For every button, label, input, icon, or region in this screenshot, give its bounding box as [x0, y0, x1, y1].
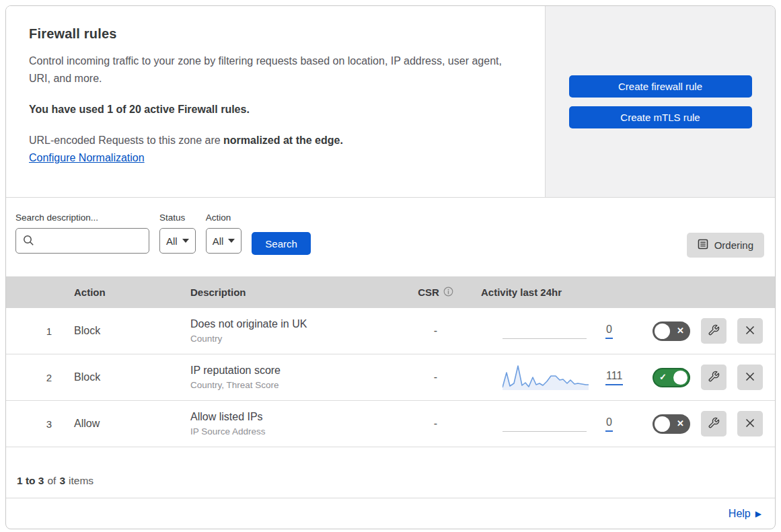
- rule-number: 1: [6, 326, 60, 337]
- search-input[interactable]: [15, 228, 149, 254]
- csr-value: -: [397, 418, 474, 430]
- csr-label: CSR: [418, 287, 439, 298]
- activity-count-link[interactable]: 0: [605, 324, 613, 339]
- table-footer: 1 to 3 of 3 items: [6, 447, 775, 498]
- ordering-button[interactable]: Ordering: [687, 233, 764, 258]
- action-label: Action: [206, 213, 242, 223]
- rule-enabled-toggle[interactable]: ✕: [653, 321, 690, 341]
- column-action: Action: [60, 287, 176, 298]
- edit-rule-button[interactable]: [701, 365, 727, 390]
- page-title: Firewall rules: [29, 26, 518, 42]
- table-header: Action Description CSR Activity last 24h…: [6, 276, 775, 308]
- activity-cell: 0: [474, 315, 632, 346]
- toggle-x-icon: ✕: [677, 418, 684, 428]
- usage-summary: You have used 1 of 20 active Firewall ru…: [29, 104, 518, 116]
- activity-cell: 0: [474, 408, 632, 439]
- column-csr: CSR: [397, 287, 474, 299]
- rule-enabled-toggle[interactable]: ✓: [653, 368, 690, 387]
- rule-description-cell: Does not originate in UK Country: [176, 318, 397, 344]
- column-description: Description: [176, 287, 397, 298]
- edit-rule-button[interactable]: [701, 318, 727, 344]
- info-icon[interactable]: [443, 287, 453, 299]
- header-section: Firewall rules Control incoming traffic …: [6, 6, 775, 198]
- action-dropdown[interactable]: All: [206, 228, 242, 254]
- rule-description: Does not originate in UK: [190, 318, 397, 330]
- create-mtls-rule-button[interactable]: Create mTLS rule: [569, 106, 752, 128]
- ordering-button-label: Ordering: [714, 239, 753, 251]
- ordering-list-icon: [698, 239, 708, 252]
- delete-rule-button[interactable]: [737, 411, 763, 436]
- pagination-items: items: [69, 475, 94, 487]
- search-label: Search description...: [15, 213, 149, 223]
- activity-count-link[interactable]: 0: [605, 416, 613, 432]
- normalization-prefix: URL-encoded Requests to this zone are: [29, 135, 223, 146]
- search-button[interactable]: Search: [252, 232, 311, 255]
- rule-description-cell: Allow listed IPs IP Source Address: [176, 411, 397, 436]
- pagination-total: 3: [59, 475, 65, 487]
- search-icon: [23, 235, 34, 249]
- wrench-icon: [708, 417, 720, 431]
- normalization-bold: normalized at the edge.: [223, 135, 343, 146]
- row-controls: ✕: [632, 318, 775, 344]
- action-panel: Create firewall rule Create mTLS rule: [546, 6, 775, 197]
- normalization-note: URL-encoded Requests to this zone are no…: [29, 135, 518, 147]
- rule-fields: Country, Threat Score: [190, 380, 397, 390]
- delete-rule-button[interactable]: [737, 318, 763, 344]
- status-dropdown[interactable]: All: [159, 228, 196, 254]
- edit-rule-button[interactable]: [701, 411, 727, 436]
- rule-action: Allow: [60, 418, 176, 430]
- rule-description: Allow listed IPs: [190, 411, 397, 423]
- column-activity: Activity last 24hr: [474, 287, 632, 298]
- status-label: Status: [159, 213, 196, 223]
- rule-number: 2: [6, 372, 60, 383]
- help-link-label: Help: [729, 508, 751, 520]
- row-controls: ✓: [632, 365, 775, 390]
- csr-value: -: [397, 371, 474, 383]
- wrench-icon: [708, 324, 720, 338]
- status-dropdown-value: All: [166, 235, 178, 247]
- activity-sparkline: [503, 362, 589, 393]
- delete-rule-button[interactable]: [737, 365, 763, 390]
- rule-description-cell: IP reputation score Country, Threat Scor…: [176, 365, 397, 390]
- action-dropdown-value: All: [213, 235, 224, 247]
- arrow-right-icon: ▶: [755, 510, 761, 518]
- activity-cell: 111: [474, 362, 632, 393]
- firewall-rules-card: Firewall rules Control incoming traffic …: [5, 5, 776, 529]
- rule-enabled-toggle[interactable]: ✕: [653, 414, 690, 434]
- rule-fields: IP Source Address: [190, 426, 397, 436]
- rule-number: 3: [6, 418, 60, 430]
- close-icon: [745, 418, 755, 430]
- csr-value: -: [397, 325, 474, 337]
- toggle-check-icon: ✓: [659, 372, 667, 382]
- filter-bar: Search description... Status All Action …: [6, 198, 775, 276]
- page-description: Control incoming traffic to your zone by…: [29, 52, 518, 87]
- activity-sparkline-empty: [503, 315, 589, 346]
- table-row: 3 Allow Allow listed IPs IP Source Addre…: [6, 401, 775, 447]
- table-row: 2 Block IP reputation score Country, Thr…: [6, 354, 775, 401]
- chevron-down-icon: [182, 239, 189, 243]
- rule-description: IP reputation score: [190, 365, 397, 377]
- wrench-icon: [708, 371, 720, 385]
- activity-count-link[interactable]: 111: [605, 370, 623, 385]
- action-filter-group: Action All: [206, 213, 242, 254]
- configure-normalization-link[interactable]: Configure Normalization: [29, 152, 145, 164]
- activity-sparkline-empty: [503, 408, 589, 439]
- header-text-panel: Firewall rules Control incoming traffic …: [6, 6, 546, 197]
- pagination-range: 1 to 3: [17, 475, 44, 487]
- help-link[interactable]: Help ▶: [729, 508, 761, 520]
- rule-fields: Country: [190, 334, 397, 344]
- rule-action: Block: [60, 371, 176, 383]
- status-filter-group: Status All: [159, 213, 196, 254]
- search-group: Search description...: [15, 213, 149, 254]
- create-firewall-rule-button[interactable]: Create firewall rule: [569, 75, 752, 98]
- table-row: 1 Block Does not originate in UK Country…: [6, 308, 775, 354]
- chevron-down-icon: [228, 239, 235, 243]
- rule-action: Block: [60, 325, 176, 337]
- close-icon: [745, 325, 755, 338]
- close-icon: [745, 371, 755, 384]
- row-controls: ✕: [632, 411, 775, 436]
- help-bar: Help ▶: [6, 498, 775, 529]
- toggle-x-icon: ✕: [677, 326, 684, 336]
- pagination-of: of: [47, 475, 56, 487]
